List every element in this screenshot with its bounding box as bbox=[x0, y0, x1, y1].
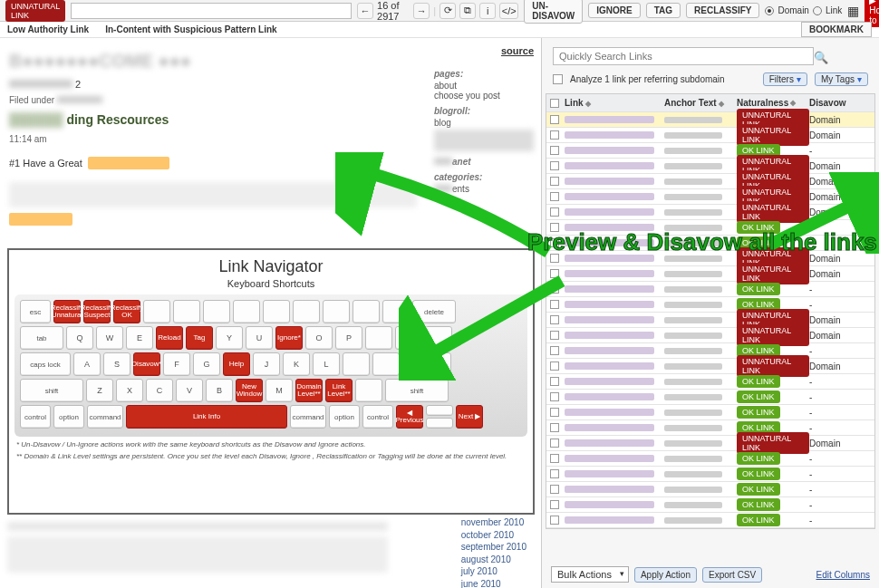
disavow-scope: - bbox=[809, 500, 860, 510]
table-row[interactable]: OK LINK- bbox=[546, 390, 874, 405]
row-checkbox[interactable] bbox=[550, 500, 559, 509]
naturalness-badge: OK LINK bbox=[737, 283, 780, 295]
table-row[interactable]: OK LINK- bbox=[546, 497, 874, 513]
flag-in-content: In-Content with Suspicious Pattern Link bbox=[105, 24, 276, 34]
row-checkbox[interactable] bbox=[550, 130, 559, 140]
row-checkbox[interactable] bbox=[550, 115, 559, 124]
table-row[interactable]: OK LINK- bbox=[546, 482, 874, 497]
row-checkbox[interactable] bbox=[550, 392, 559, 401]
table-row[interactable]: UNNATURAL LINKDomain bbox=[546, 112, 874, 128]
bookmark-button[interactable]: BOOKMARK bbox=[801, 22, 872, 37]
search-input[interactable] bbox=[553, 47, 814, 65]
row-checkbox[interactable] bbox=[550, 408, 559, 417]
table-row[interactable]: UNNATURAL LINKDomain bbox=[546, 266, 874, 282]
annotation-text: Preview & Disavow all the links bbox=[527, 230, 877, 255]
reclassify-button[interactable]: RECLASSIFY bbox=[686, 3, 759, 18]
naturalness-badge: OK LINK bbox=[737, 406, 780, 419]
row-checkbox[interactable] bbox=[550, 423, 559, 432]
key-reclass-unnatural: Reclassify Unnatural bbox=[53, 300, 81, 323]
key-spacebar: Link Info bbox=[126, 405, 287, 429]
table-row[interactable]: OK LINK- bbox=[546, 282, 874, 297]
nav-cluster: ← 16 of 2917 → | ⟳ ⧉ i </> bbox=[357, 0, 518, 22]
code-icon[interactable]: </> bbox=[499, 3, 518, 19]
status-badge: UNNATURAL LINK bbox=[5, 0, 65, 22]
next-button[interactable]: → bbox=[413, 3, 430, 19]
col-naturalness: Naturalness bbox=[737, 98, 788, 108]
table-row[interactable]: OK LINK- bbox=[546, 451, 874, 467]
row-checkbox[interactable] bbox=[550, 485, 559, 494]
key-previous: ◀ Previous bbox=[396, 405, 423, 429]
key-help: Help bbox=[223, 352, 250, 376]
bulk-actions-select[interactable]: Bulk Actions bbox=[551, 566, 629, 583]
tag-button[interactable]: TAG bbox=[646, 3, 681, 18]
external-icon[interactable]: ⧉ bbox=[459, 3, 476, 19]
naturalness-badge: OK LINK bbox=[737, 375, 780, 388]
table-row[interactable]: UNNATURAL LINKDomain bbox=[546, 328, 874, 343]
prev-button[interactable]: ← bbox=[357, 3, 373, 19]
row-checkbox[interactable] bbox=[550, 469, 559, 478]
disavow-scope: - bbox=[809, 454, 860, 464]
search-icon[interactable]: 🔍 bbox=[814, 51, 828, 64]
table-row[interactable]: OK LINK- bbox=[546, 405, 874, 420]
row-checkbox[interactable] bbox=[550, 454, 559, 463]
mytags-button[interactable]: My Tags ▾ bbox=[815, 72, 868, 86]
edit-columns-link[interactable]: Edit Columns bbox=[816, 570, 870, 580]
flag-low-authority: Low Authority Link bbox=[7, 24, 89, 34]
table-row[interactable]: UNNATURAL LINKDomain bbox=[546, 436, 874, 451]
table-row[interactable]: OK LINK- bbox=[546, 297, 874, 313]
row-checkbox[interactable] bbox=[550, 439, 559, 448]
annotation-arrow-2 bbox=[399, 272, 580, 381]
info-icon[interactable]: i bbox=[479, 3, 496, 19]
table-row[interactable]: OK LINK- bbox=[546, 143, 874, 159]
links-panel: 🔍 Analyze 1 link per referring subdomain… bbox=[542, 38, 879, 588]
source-link[interactable]: source bbox=[501, 45, 534, 56]
export-csv-button[interactable]: Export CSV bbox=[702, 567, 762, 583]
undisavow-button[interactable]: UN-DISAVOW bbox=[524, 0, 583, 24]
links-table: Link◆ Anchor Text◆ Naturalness◆ Disavow … bbox=[546, 93, 875, 529]
col-disavow: Disavow bbox=[809, 98, 846, 108]
grid-icon[interactable]: ▦ bbox=[847, 4, 859, 18]
naturalness-badge: OK LINK bbox=[737, 498, 780, 511]
apply-action-button[interactable]: Apply Action bbox=[634, 567, 697, 583]
reload-icon[interactable]: ⟳ bbox=[440, 3, 456, 19]
analyze-label: Analyze 1 link per referring subdomain bbox=[570, 74, 725, 84]
disavow-scope: Domain bbox=[809, 130, 860, 140]
footnote-1: * Un-Disavow / Un-Ignore actions work wi… bbox=[16, 440, 526, 448]
disavow-scope: - bbox=[809, 146, 860, 156]
radio-link[interactable] bbox=[813, 6, 822, 15]
select-all-checkbox[interactable] bbox=[550, 99, 559, 108]
table-row[interactable]: OK LINK- bbox=[546, 420, 874, 436]
analyze-checkbox[interactable] bbox=[553, 74, 563, 84]
naturalness-badge: UNNATURAL LINK bbox=[737, 263, 809, 284]
key-reload: Reload bbox=[156, 326, 183, 350]
table-row[interactable]: UNNATURAL LINKDomain bbox=[546, 128, 874, 143]
list-item-1: #1 Have a Great bbox=[9, 158, 82, 169]
row-checkbox[interactable] bbox=[550, 516, 559, 525]
radio-domain[interactable] bbox=[765, 6, 774, 15]
table-row[interactable]: UNNATURAL LINKDomain bbox=[546, 359, 874, 374]
table-row[interactable]: OK LINK- bbox=[546, 343, 874, 359]
level-radiogroup: Domain Link bbox=[765, 5, 842, 15]
footnote-2: ** Domain & Link Level settings are pers… bbox=[16, 452, 526, 460]
naturalness-badge: UNNATURAL LINK bbox=[737, 324, 809, 346]
filters-button[interactable]: Filters ▾ bbox=[763, 72, 807, 86]
flag-row: Low Authority Link In-Content with Suspi… bbox=[0, 22, 879, 38]
highlighted-anchor bbox=[88, 157, 169, 169]
disavow-scope: - bbox=[809, 485, 860, 495]
table-row[interactable]: OK LINK- bbox=[546, 374, 874, 390]
table-row[interactable]: UNNATURAL LINKDomain bbox=[546, 313, 874, 328]
key-link-level: Link Level** bbox=[325, 379, 353, 402]
disavow-scope: Domain bbox=[809, 439, 860, 448]
url-input[interactable] bbox=[71, 3, 352, 19]
col-link: Link bbox=[565, 98, 584, 108]
naturalness-badge: UNNATURAL LINK bbox=[737, 124, 809, 146]
disavow-scope: - bbox=[809, 284, 860, 294]
key-next: Next ▶ bbox=[456, 405, 483, 429]
table-row[interactable]: OK LINK- bbox=[546, 467, 874, 482]
naturalness-badge: OK LINK bbox=[737, 390, 780, 403]
table-row[interactable]: OK LINK- bbox=[546, 513, 874, 528]
disavow-scope: - bbox=[809, 346, 860, 356]
naturalness-badge: UNNATURAL LINK bbox=[737, 432, 809, 454]
key-reclass-ok: Reclassify OK bbox=[113, 300, 140, 323]
ignore-button[interactable]: IGNORE bbox=[588, 3, 640, 18]
